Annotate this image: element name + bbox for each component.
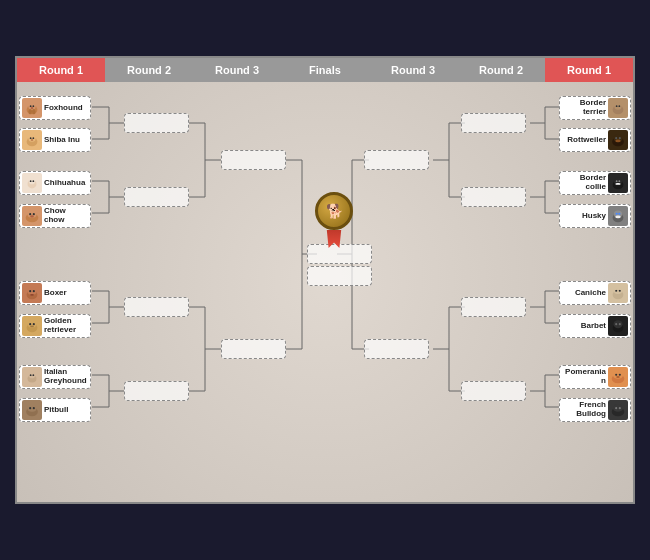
- r2-left-4: [124, 381, 189, 401]
- finals-right: [307, 266, 372, 286]
- svg-point-111: [616, 213, 618, 215]
- team-pomeranian[interactable]: Pomeranian: [559, 365, 631, 389]
- svg-point-65: [30, 137, 32, 139]
- team-border-collie[interactable]: Border collie: [559, 171, 631, 195]
- french-bulldog-icon: [608, 400, 628, 420]
- barbet-icon: [608, 316, 628, 336]
- team-golden-retriever[interactable]: Golden retriever: [19, 314, 91, 338]
- svg-point-92: [28, 405, 37, 412]
- svg-point-71: [32, 180, 34, 182]
- svg-point-96: [614, 103, 621, 110]
- border-collie-icon: [608, 173, 628, 193]
- rottweiler-icon: [608, 130, 628, 150]
- svg-point-84: [29, 323, 31, 325]
- rottweiler-label: Rottweiler: [567, 136, 606, 145]
- svg-point-86: [30, 326, 34, 328]
- svg-point-126: [615, 374, 617, 376]
- team-husky[interactable]: Husky: [559, 204, 631, 228]
- medal: 🐕: [315, 192, 353, 248]
- r2-right-4: [461, 381, 526, 401]
- team-italian-greyhound[interactable]: Italian Greyhound: [19, 365, 91, 389]
- team-pitbull[interactable]: Pitbull: [19, 398, 91, 422]
- team-chihuahua[interactable]: Chihuahua: [19, 171, 91, 195]
- svg-point-79: [29, 290, 31, 292]
- svg-point-103: [615, 140, 620, 143]
- svg-point-107: [618, 180, 620, 182]
- team-caniche[interactable]: Caniche: [559, 281, 631, 305]
- team-barbet[interactable]: Barbet: [559, 314, 631, 338]
- r2-left-3: [124, 297, 189, 317]
- svg-point-89: [30, 374, 32, 376]
- team-boxer[interactable]: Boxer: [19, 281, 91, 305]
- svg-point-85: [33, 323, 35, 325]
- svg-point-97: [616, 105, 618, 107]
- svg-point-70: [30, 180, 32, 182]
- svg-point-130: [613, 405, 623, 412]
- r3-right-2: [364, 339, 429, 359]
- svg-point-78: [28, 288, 37, 295]
- svg-point-132: [619, 407, 621, 409]
- bracket-container: Round 1 Round 2 Round 3 Finals Round 3 R…: [15, 56, 635, 504]
- svg-point-74: [29, 213, 31, 215]
- team-border-terrier[interactable]: Border terrier: [559, 96, 631, 120]
- r3-left-1: [221, 150, 286, 170]
- header-round2-right: Round 2: [457, 58, 545, 82]
- svg-point-98: [618, 105, 620, 107]
- foxhound-label: Foxhound: [44, 104, 83, 113]
- svg-point-93: [29, 407, 31, 409]
- team-french-bulldog[interactable]: French Bulldog: [559, 398, 631, 422]
- svg-point-61: [32, 105, 34, 107]
- team-rottweiler[interactable]: Rottweiler: [559, 128, 631, 152]
- caniche-icon: [608, 283, 628, 303]
- golden-label: Golden retriever: [44, 317, 88, 335]
- svg-point-121: [614, 320, 623, 328]
- svg-point-90: [32, 374, 34, 376]
- bracket-area: Foxhound Shiba Inu Chihuahua Chow chow: [17, 82, 633, 502]
- chow-icon: [22, 206, 42, 226]
- r2-right-1: [461, 113, 526, 133]
- r2-left-1: [124, 113, 189, 133]
- svg-point-128: [616, 376, 620, 378]
- svg-point-131: [615, 407, 617, 409]
- r2-left-2: [124, 187, 189, 207]
- medal-paw-icon: 🐕: [326, 203, 343, 219]
- header-round1-right: Round 1: [545, 58, 633, 82]
- r2-right-2: [461, 187, 526, 207]
- shiba-label: Shiba Inu: [44, 136, 80, 145]
- husky-icon: [608, 206, 628, 226]
- svg-point-62: [31, 107, 34, 109]
- svg-point-80: [33, 290, 35, 292]
- barbet-label: Barbet: [581, 322, 606, 331]
- svg-point-122: [615, 323, 617, 325]
- header-round1-left: Round 1: [17, 58, 105, 82]
- svg-point-94: [33, 407, 35, 409]
- svg-point-58: [28, 109, 32, 114]
- header-round2-left: Round 2: [105, 58, 193, 82]
- foxhound-icon: [22, 98, 42, 118]
- team-foxhound[interactable]: Foxhound: [19, 96, 91, 120]
- pomeranian-label: Pomeranian: [562, 368, 606, 386]
- boxer-icon: [22, 283, 42, 303]
- r3-left-2: [221, 339, 286, 359]
- header-round3-right: Round 3: [369, 58, 457, 82]
- header-finals: Finals: [281, 58, 369, 82]
- french-bulldog-label: French Bulldog: [562, 401, 606, 419]
- svg-point-106: [616, 180, 618, 182]
- r3-right-1: [364, 150, 429, 170]
- svg-point-66: [32, 137, 34, 139]
- italian-icon: [22, 367, 42, 387]
- border-terrier-icon: [608, 98, 628, 118]
- svg-point-60: [30, 105, 32, 107]
- header-row: Round 1 Round 2 Round 3 Finals Round 3 R…: [17, 58, 633, 82]
- pitbull-label: Pitbull: [44, 406, 68, 415]
- r2-right-3: [461, 297, 526, 317]
- svg-point-101: [615, 137, 617, 139]
- pomeranian-icon: [608, 367, 628, 387]
- border-terrier-label: Border terrier: [562, 99, 606, 117]
- svg-point-75: [33, 213, 35, 215]
- svg-rect-81: [30, 294, 34, 296]
- bracket-lines: [17, 82, 633, 502]
- team-chow-chow[interactable]: Chow chow: [19, 204, 91, 228]
- medal-circle: 🐕: [315, 192, 353, 230]
- team-shiba-inu[interactable]: Shiba Inu: [19, 128, 91, 152]
